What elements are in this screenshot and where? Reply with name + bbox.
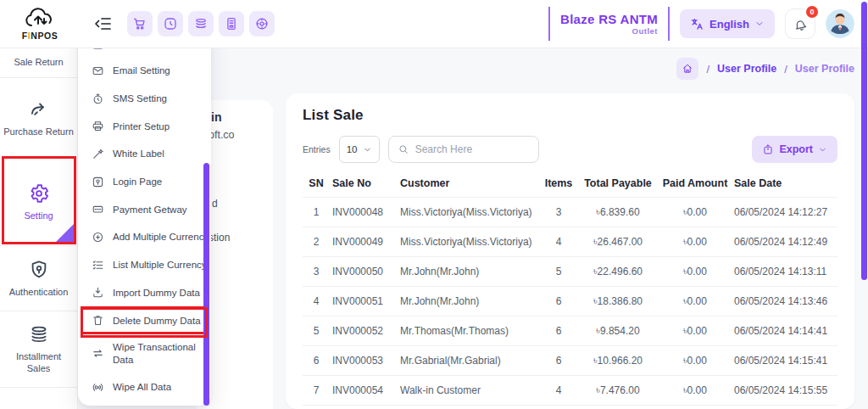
pos-cart-button[interactable] bbox=[127, 11, 153, 36]
outlet-name: Blaze RS ANTM bbox=[560, 12, 658, 26]
menu-item-label: Add Multiple Currency bbox=[113, 232, 209, 242]
cell-sale-no: INV000055 bbox=[330, 406, 398, 409]
sidebar-item-installment-sales[interactable]: Installment Sales bbox=[0, 311, 77, 388]
cell-customer: Miss.Victoriya(Miss.Victoriya) bbox=[398, 198, 540, 227]
cell-total-payable: ৳26.467.00 bbox=[577, 227, 659, 257]
export-label: Export bbox=[779, 143, 813, 155]
settings-dropdown-menu: Email Setting SMS Setting Printer Setup … bbox=[78, 25, 211, 406]
cell-paid-amount: ৳0.00 bbox=[659, 376, 732, 406]
cell-items: 5 bbox=[540, 257, 577, 287]
cloud-logo-icon bbox=[23, 8, 57, 30]
menu-item-add-multiple-currency[interactable]: Add Multiple Currency bbox=[78, 223, 211, 251]
sidebar-item-purchase-return[interactable]: Purchase Return bbox=[0, 78, 77, 159]
breadcrumb-home-button[interactable] bbox=[676, 58, 698, 80]
cell-items: 3 bbox=[540, 198, 577, 227]
active-corner-indicator bbox=[55, 223, 75, 243]
stack-icon bbox=[28, 323, 50, 345]
menu-item-login-page[interactable]: Login Page bbox=[78, 168, 211, 196]
cell-paid-amount: ৳0.00 bbox=[659, 227, 732, 257]
menu-item-label: SMS Setting bbox=[113, 93, 167, 104]
entries-select[interactable]: 10 bbox=[339, 136, 380, 163]
entries-label: Entries bbox=[303, 144, 331, 154]
table-controls: Entries 10 Export bbox=[303, 136, 837, 163]
menu-item-wipe-all-data[interactable]: Wipe All Data bbox=[78, 373, 211, 401]
cell-sn: 7 bbox=[303, 376, 330, 406]
cell-sn: 8 bbox=[303, 406, 330, 409]
menu-item-printer-setup[interactable]: Printer Setup bbox=[78, 112, 211, 140]
cell-customer: Mr.Thomas(Mr.Thomas) bbox=[398, 317, 540, 346]
menu-scrollbar[interactable] bbox=[203, 163, 209, 406]
sidebar-item-authentication[interactable]: Authentication bbox=[0, 246, 77, 311]
invoice-icon bbox=[224, 16, 239, 31]
cell-sn: 3 bbox=[303, 257, 330, 287]
cell-sale-date: 06/05/2024 14:12:27 bbox=[732, 198, 837, 227]
breadcrumb-separator: / bbox=[706, 63, 709, 76]
table-row: 8 INV000055 Mr.Thomas(Mr.Thomas) 6 ৳12.2… bbox=[303, 406, 837, 409]
cell-total-payable: ৳9.854.20 bbox=[577, 317, 659, 346]
sidebar-item-setting[interactable]: Setting bbox=[0, 159, 77, 246]
finpos-logo[interactable]: FINPOS bbox=[12, 8, 68, 41]
column-header-sn: SN bbox=[303, 170, 330, 198]
page-scrollbar[interactable] bbox=[861, 2, 867, 280]
cart-icon bbox=[132, 16, 147, 31]
breadcrumb-separator: / bbox=[784, 63, 787, 76]
cell-paid-amount: ৳0.00 bbox=[659, 287, 732, 317]
menu-item-list-multiple-currency[interactable]: List Multiple Currency bbox=[78, 251, 211, 279]
table-row: 2 INV000049 Miss.Victoriya(Miss.Victoriy… bbox=[303, 227, 837, 257]
invoice-button[interactable] bbox=[219, 11, 244, 36]
menu-item-import-dummy-data[interactable]: Import Dummy Data bbox=[78, 279, 211, 307]
cell-sale-no: INV000052 bbox=[330, 317, 398, 346]
language-selector[interactable]: English bbox=[680, 9, 775, 38]
cell-sale-date: 06/05/2024 14:15:55 bbox=[732, 376, 837, 406]
stopwatch-icon bbox=[92, 92, 104, 105]
cell-customer: Walk-in Customer bbox=[398, 376, 540, 406]
breadcrumb-user-profile[interactable]: User Profile bbox=[717, 63, 776, 75]
column-header-sale-date: Sale Date bbox=[732, 170, 837, 198]
sidebar-item-sale-return[interactable]: Sale Return bbox=[0, 48, 77, 78]
cell-paid-amount: ৳0.00 bbox=[659, 346, 732, 376]
chevron-down-icon bbox=[363, 145, 372, 154]
language-label: English bbox=[709, 18, 749, 31]
stock-button[interactable] bbox=[188, 11, 214, 36]
cell-customer: Mr.John(Mr.John) bbox=[398, 287, 540, 317]
search-icon bbox=[398, 143, 409, 155]
breadcrumb-current-page: User Profile bbox=[795, 63, 854, 75]
menu-item-sms-setting[interactable]: SMS Setting bbox=[78, 85, 211, 113]
cell-sale-no: INV000048 bbox=[330, 198, 398, 227]
header-right: Blaze RS ANTM Outlet English 0 bbox=[548, 7, 854, 41]
wand-icon bbox=[92, 148, 104, 160]
profile-text-fragment: in bbox=[211, 110, 221, 124]
cell-items: 6 bbox=[540, 287, 577, 317]
outlet-info: Blaze RS ANTM Outlet bbox=[548, 7, 670, 41]
menu-item-email-setting[interactable]: Email Setting bbox=[78, 57, 211, 85]
menu-item-white-label[interactable]: White Label bbox=[78, 140, 211, 168]
search-input[interactable] bbox=[415, 143, 526, 155]
column-header-total-payable: Total Payable bbox=[577, 170, 659, 198]
chevron-down-icon bbox=[754, 19, 765, 29]
menu-item-label: List Multiple Currency bbox=[113, 260, 207, 270]
settings-wheel-button[interactable] bbox=[249, 11, 275, 36]
app-header: FINPOS Blaze RS ANTM Ou bbox=[0, 0, 868, 48]
profile-text-fragment: d bbox=[212, 198, 218, 210]
cell-total-payable: ৳6.839.60 bbox=[577, 198, 659, 227]
cell-customer: Miss.Victoriya(Miss.Victoriya) bbox=[398, 227, 540, 257]
shield-pin-icon bbox=[28, 259, 50, 281]
menu-item-label: Login Page bbox=[113, 176, 162, 187]
login-pin-icon bbox=[92, 176, 104, 188]
cell-sn: 5 bbox=[303, 317, 330, 346]
page-title: List Sale bbox=[303, 107, 837, 124]
sidebar-collapse-button[interactable] bbox=[93, 14, 114, 34]
sidebar-item-label: Authentication bbox=[6, 287, 72, 299]
user-avatar[interactable] bbox=[826, 9, 854, 38]
column-header-paid-amount: Paid Amount bbox=[659, 170, 732, 198]
time-button[interactable] bbox=[158, 11, 183, 36]
notification-badge: 0 bbox=[804, 4, 820, 20]
entries-value: 10 bbox=[347, 144, 358, 154]
cell-sn: 1 bbox=[303, 198, 330, 227]
notifications-button[interactable]: 0 bbox=[785, 8, 815, 39]
menu-item-payment-getway[interactable]: Payment Getway bbox=[78, 195, 211, 223]
export-button[interactable]: Export bbox=[752, 136, 837, 163]
menu-item-delete-dummy-data[interactable]: Delete Dummy Data bbox=[78, 306, 211, 334]
menu-item-wipe-transactional-data[interactable]: Wipe Transactional Data bbox=[78, 334, 211, 373]
menu-item-label: White Label bbox=[113, 148, 164, 159]
